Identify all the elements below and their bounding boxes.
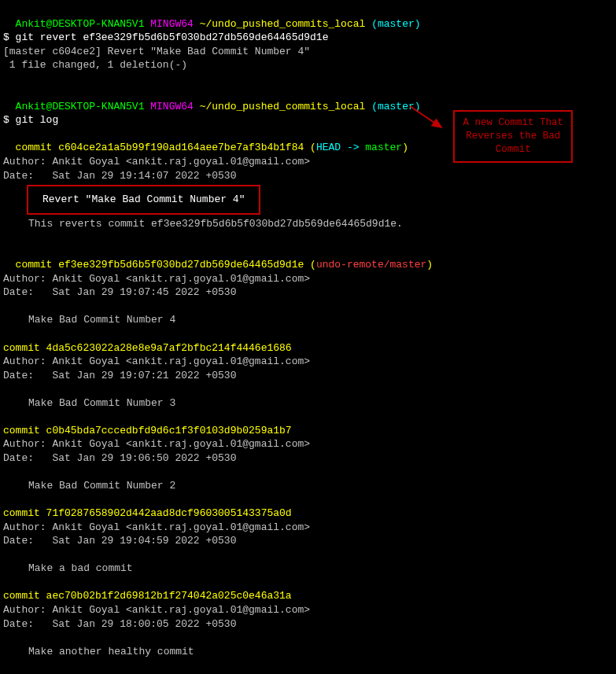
commit-date: Date: Sat Jan 29 18:00:05 2022 +0530 [3, 617, 613, 632]
commit-message: Make another healthy commit [3, 645, 613, 659]
commit-line: commit 4da5c623022a28e8e9a7af2bfbc214f44… [3, 341, 613, 355]
ref-branch: master [365, 142, 402, 153]
commit-date: Date: Sat Jan 29 19:04:59 2022 +0530 [3, 534, 613, 548]
prompt-line-1: Ankit@DESKTOP-KNAN5V1 MINGW64 ~/undo_pus… [3, 3, 613, 31]
revert-output-2: 1 file changed, 1 deletion(-) [3, 58, 613, 72]
commit-hash: commit c604ce2a1a5b99f190ad164aee7be7af3… [16, 142, 304, 153]
commit-message: Make Bad Commit Number 3 [3, 396, 613, 411]
commit-date: Date: Sat Jan 29 19:06:50 2022 +0530 [3, 451, 613, 466]
highlighted-revert-message: Revert "Make Bad Commit Number 4" [27, 185, 260, 215]
commit-hash: commit 4da5c623022a28e8e9a7af2bfbc214f44… [3, 342, 292, 354]
commit-message: Make Bad Commit Number 2 [3, 479, 613, 493]
annotation-text-line1: A new Commit That [463, 116, 563, 130]
revert-output-1: [master c604ce2] Revert "Make Bad Commit… [3, 45, 613, 59]
commit-author: Author: Ankit Goyal <ankit.raj.goyal.01@… [3, 603, 613, 617]
commit-hash: commit c0b45bda7cccedbfd9d6c1f3f0103d9b0… [3, 425, 292, 436]
commit-message: Make a bad commit [3, 562, 613, 576]
commit-author: Author: Ankit Goyal <ankit.raj.goyal.01@… [3, 437, 613, 451]
commit-author: Author: Ankit Goyal <ankit.raj.goyal.01@… [3, 521, 613, 535]
prompt-shell: MINGW64 [150, 101, 194, 112]
prompt-branch: (master) [371, 18, 420, 30]
commit-hash: commit 71f0287658902d442aad8dcf960300514… [3, 507, 292, 519]
commit-line: commit c0b45bda7cccedbfd9d6c1f3f0103d9b0… [3, 424, 613, 438]
prompt-user: Ankit@DESKTOP-KNAN5V1 [16, 18, 145, 30]
commit-hash: commit aec70b02b1f2d69812b1f274042a025c0… [3, 590, 292, 602]
commit-line: commit aec70b02b1f2d69812b1f274042a025c0… [3, 589, 613, 603]
annotation-callout: A new Commit That Reverses the Bad Commi… [453, 110, 573, 163]
commit-message: Make Bad Commit Number 4 [3, 313, 613, 327]
commit-date: Date: Sat Jan 29 19:07:45 2022 +0530 [3, 285, 613, 300]
annotation-text-line3: Commit [463, 143, 563, 157]
commit-date: Date: Sat Jan 29 19:14:07 2022 +0530 [3, 169, 613, 183]
annotation-text-line2: Reverses the Bad [463, 130, 563, 143]
prompt-path: ~/undo_pushed_commits_local [200, 18, 366, 30]
commit-line: commit ef3ee329fb5d6b5f030bd27db569de644… [3, 245, 613, 272]
commit-hash: commit ef3ee329fb5d6b5f030bd27db569de644… [16, 259, 304, 271]
commit-date: Date: Sat Jan 29 19:07:21 2022 +0530 [3, 369, 613, 383]
prompt-branch: (master) [371, 101, 420, 112]
ref-head: HEAD -> [316, 142, 365, 153]
command-revert: $ git revert ef3ee329fb5d6b5f030bd27db56… [3, 31, 613, 45]
prompt-path: ~/undo_pushed_commits_local [200, 101, 366, 112]
prompt-shell: MINGW64 [150, 18, 194, 30]
prompt-user: Ankit@DESKTOP-KNAN5V1 [16, 101, 145, 112]
commit-line: commit 71f0287658902d442aad8dcf960300514… [3, 506, 613, 521]
ref-remote: undo-remote/master [316, 259, 426, 271]
commit-message-body: This reverts commit ef3ee329fb5d6b5f030b… [3, 217, 613, 231]
commit-author: Author: Ankit Goyal <ankit.raj.goyal.01@… [3, 355, 613, 369]
commit-author: Author: Ankit Goyal <ankit.raj.goyal.01@… [3, 272, 613, 286]
